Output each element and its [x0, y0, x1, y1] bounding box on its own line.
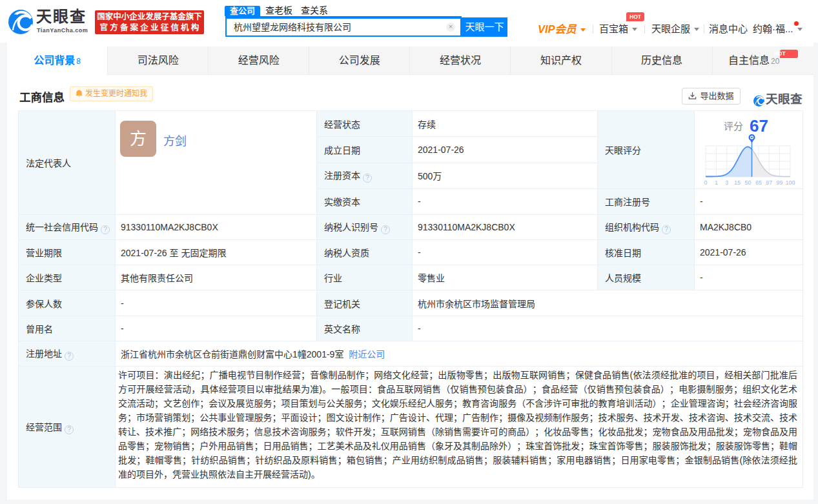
svg-text:0: 0 — [704, 179, 707, 186]
svg-text:3: 3 — [725, 179, 728, 186]
svg-text:15: 15 — [734, 179, 741, 186]
svg-text:1: 1 — [715, 179, 718, 186]
svg-text:99: 99 — [777, 179, 783, 186]
svg-text:100: 100 — [785, 179, 795, 186]
svg-text:67: 67 — [750, 116, 768, 136]
svg-text:85: 85 — [755, 179, 762, 186]
svg-text:评分: 评分 — [724, 121, 743, 132]
svg-text:97: 97 — [766, 179, 772, 186]
svg-text:50: 50 — [744, 179, 751, 186]
